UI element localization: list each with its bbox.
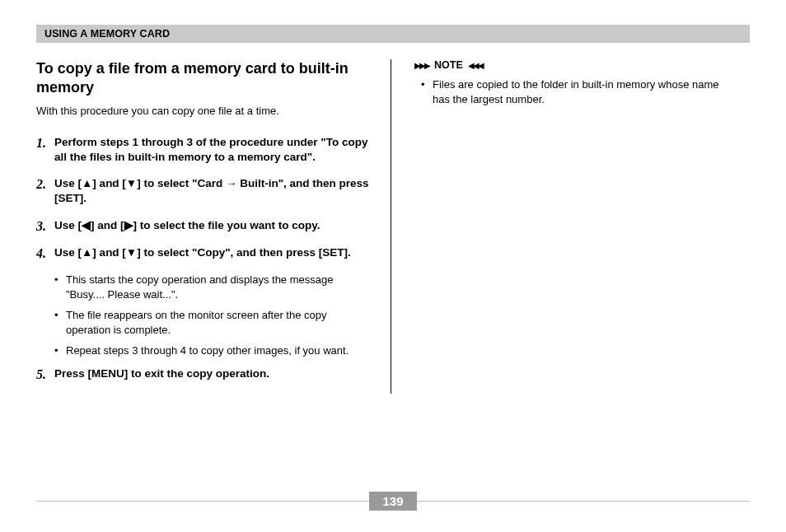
left-column: To copy a file from a memory card to bui…: [36, 59, 391, 394]
step-4-sublist: •This starts the copy operation and disp…: [54, 273, 369, 358]
step-text: Use [◀] and [▶] to select the file you w…: [54, 218, 320, 234]
bullet-icon: •: [54, 273, 66, 301]
step-text: Perform steps 1 through 3 of the procedu…: [54, 135, 369, 165]
step-number: 2.: [36, 176, 54, 206]
note-arrows-right-icon: ▶▶▶: [414, 61, 429, 70]
note-arrows-left-icon: ◀◀◀: [468, 61, 483, 70]
step-number: 4.: [36, 245, 54, 261]
step-1: 1. Perform steps 1 through 3 of the proc…: [36, 135, 369, 165]
step-text: Use [▲] and [▼] to select "Copy", and th…: [54, 245, 351, 261]
note-text: Files are copied to the folder in built-…: [433, 77, 737, 106]
step-4-sub-2: •The file reappears on the monitor scree…: [54, 308, 369, 337]
footer-rule-right: [417, 501, 750, 502]
step-number: 1.: [36, 135, 54, 165]
right-column: ▶▶▶ NOTE ◀◀◀ • Files are copied to the f…: [391, 59, 737, 394]
step-number: 5.: [36, 366, 54, 382]
sub-text: The file reappears on the monitor screen…: [66, 308, 369, 337]
note-header: ▶▶▶ NOTE ◀◀◀: [414, 59, 737, 71]
steps-list: 1. Perform steps 1 through 3 of the proc…: [36, 135, 369, 382]
intro-text: With this procedure you can copy one fil…: [36, 105, 369, 117]
footer-rule-left: [36, 501, 369, 502]
step-3: 3. Use [◀] and [▶] to select the file yo…: [36, 218, 369, 234]
bullet-icon: •: [421, 77, 433, 106]
page-footer: 139: [36, 491, 750, 511]
step-5: 5. Press [MENU] to exit the copy operati…: [36, 366, 369, 382]
step-text: Use [▲] and [▼] to select "Card → Built-…: [54, 176, 369, 206]
step-4: 4. Use [▲] and [▼] to select "Copy", and…: [36, 245, 369, 261]
step-4-sub-1: •This starts the copy operation and disp…: [54, 273, 369, 301]
bullet-icon: •: [54, 343, 66, 358]
sub-text: Repeat steps 3 through 4 to copy other i…: [66, 343, 349, 358]
step-number: 3.: [36, 218, 54, 234]
sub-text: This starts the copy operation and displ…: [66, 273, 369, 301]
note-label: NOTE: [434, 59, 463, 71]
bullet-icon: •: [54, 308, 66, 337]
step-4-sub-3: •Repeat steps 3 through 4 to copy other …: [54, 343, 369, 358]
step-2: 2. Use [▲] and [▼] to select "Card → Bui…: [36, 176, 369, 206]
note-body: • Files are copied to the folder in buil…: [414, 77, 737, 106]
page-number: 139: [369, 492, 416, 511]
section-header-bar: USING A MEMORY CARD: [36, 25, 750, 43]
step-text: Press [MENU] to exit the copy operation.: [54, 366, 269, 382]
content-columns: To copy a file from a memory card to bui…: [36, 59, 750, 394]
section-title: To copy a file from a memory card to bui…: [36, 59, 369, 98]
